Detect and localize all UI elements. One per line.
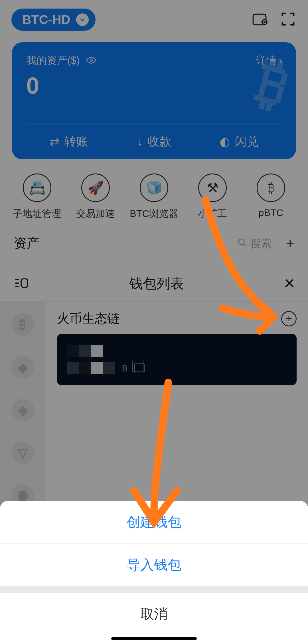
action-sheet: 创建钱包 导入钱包 取消 <box>0 501 308 644</box>
create-wallet-button[interactable]: 创建钱包 <box>0 501 308 544</box>
import-wallet-button[interactable]: 导入钱包 <box>0 544 308 586</box>
cancel-button[interactable]: 取消 <box>0 593 308 635</box>
sheet-spacer <box>0 586 308 593</box>
home-indicator <box>0 635 308 644</box>
